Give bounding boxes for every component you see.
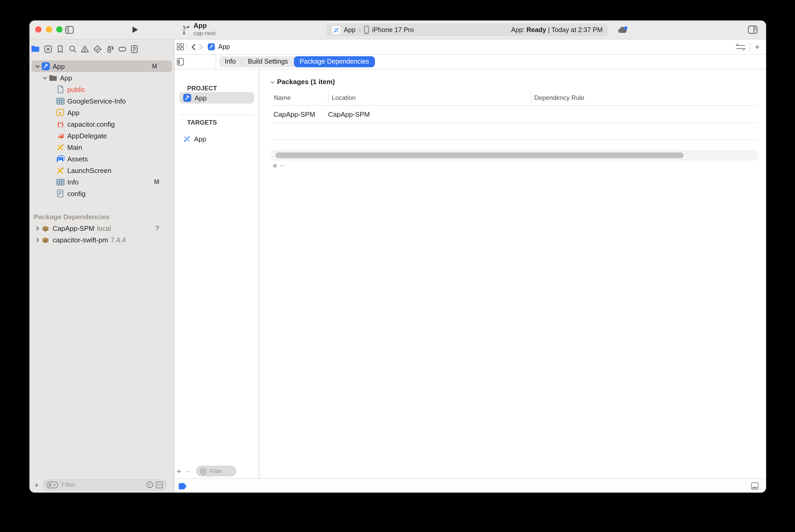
scrollbar-thumb[interactable] (276, 152, 683, 158)
run-button[interactable] (131, 26, 139, 36)
source-control-icon[interactable] (42, 44, 54, 53)
plist-icon (56, 178, 65, 185)
scheme-name[interactable]: App (344, 26, 356, 34)
table-row[interactable]: CapApp-SPM CapApp-SPM (259, 105, 766, 122)
chevron-right-icon: › (359, 27, 361, 33)
project-title: App (193, 22, 215, 29)
scheme-and-status-pill: App › iPhone 17 Pro App: Ready | Today a… (326, 24, 608, 36)
tree-row-project-app[interactable]: App M (32, 60, 172, 72)
bookmarks-icon[interactable] (54, 44, 67, 53)
activity-status[interactable]: App: Ready | Today at 2:37 PM (511, 26, 603, 34)
run-destination[interactable]: iPhone 17 Pro (372, 26, 414, 34)
json-braces-icon: {“} (56, 121, 65, 127)
tree-row-capacitor-config[interactable]: {“} capacitor.config (30, 118, 174, 130)
jump-bar-item[interactable]: App (218, 43, 230, 51)
chevron-right-icon[interactable] (34, 226, 41, 230)
navigator-filter-field[interactable] (43, 479, 167, 490)
breakpoint-tag-icon[interactable] (179, 483, 187, 489)
toggle-project-sidebar-icon[interactable] (177, 58, 184, 65)
tree-row-appdelegate[interactable]: AppDelegate (30, 130, 174, 141)
panel-filter-field[interactable] (196, 466, 236, 476)
panel-filter-input[interactable] (208, 467, 232, 475)
chevron-down-icon[interactable] (34, 64, 41, 69)
document-icon (56, 85, 65, 94)
navigator-tab-bar (30, 43, 174, 55)
column-header-location[interactable]: Location (332, 94, 356, 101)
navigator-filter-input[interactable] (60, 480, 144, 489)
tree-label: App (53, 62, 65, 70)
cell-name: CapApp-SPM (273, 110, 315, 118)
storyboard-icon (56, 166, 65, 174)
filter-options-icon[interactable] (46, 481, 58, 488)
breakpoints-icon[interactable] (116, 44, 128, 53)
chevron-down-icon[interactable] (41, 75, 49, 80)
reports-icon[interactable] (128, 44, 141, 53)
forward-button[interactable] (197, 43, 205, 50)
issues-icon[interactable] (79, 44, 91, 53)
modified-badge: M (154, 178, 159, 186)
project-row-app[interactable]: App (179, 92, 254, 103)
tree-row-capapp-spm[interactable]: CapApp-SPM local ? (30, 222, 174, 234)
package-icon (41, 236, 50, 244)
recent-files-icon[interactable] (146, 481, 153, 488)
debug-gauge-icon[interactable] (103, 44, 116, 53)
tree-row-assets[interactable]: Assets (30, 153, 174, 165)
tree-row-capacitor-swift-pm[interactable]: capacitor-swift-pm 7.4.4 (30, 234, 174, 246)
add-target-button[interactable]: + (177, 467, 182, 475)
targets-section-header: TARGETS (187, 119, 217, 126)
related-items-grid-icon[interactable] (177, 43, 184, 51)
tree-row-googleservice-info[interactable]: GoogleService-Info (30, 95, 174, 107)
remove-package-button[interactable]: − (280, 162, 285, 170)
debug-bottom-bar (174, 478, 766, 493)
column-header-name[interactable]: Name (274, 94, 291, 101)
find-icon[interactable] (67, 44, 79, 53)
chevron-right-icon[interactable] (34, 238, 41, 242)
minimize-window-button[interactable] (46, 26, 52, 33)
cloud-status-icon[interactable] (617, 26, 628, 36)
toggle-inspector-icon[interactable] (748, 25, 758, 36)
add-package-button[interactable]: + (272, 162, 278, 170)
tests-icon[interactable] (91, 44, 103, 53)
app-scheme-icon[interactable] (332, 25, 341, 34)
tree-row-info-plist[interactable]: Info M (30, 176, 174, 188)
project-editor-header: Info Build Settings Package Dependencies (174, 54, 766, 69)
package-dependencies-content: Packages (1 item) Name Location Dependen… (259, 69, 766, 478)
tree-row-app-entitlements[interactable]: App (30, 107, 174, 118)
project-navigator-icon[interactable] (30, 45, 42, 53)
window-title: App cap-next (193, 22, 215, 36)
tree-row-public[interactable]: public (30, 83, 174, 95)
add-item-button[interactable]: + (34, 481, 39, 489)
source-control-filter-icon[interactable] (156, 481, 163, 488)
target-row-app[interactable]: App (179, 133, 254, 145)
toggle-debug-area-icon[interactable] (751, 482, 759, 490)
toggle-navigator-icon[interactable] (65, 25, 74, 37)
target-app-icon (183, 135, 191, 143)
storyboard-icon (56, 143, 65, 151)
modified-badge: M (152, 62, 157, 70)
entitlements-icon (56, 109, 65, 116)
device-icon (364, 26, 369, 34)
jump-bar-right: + (736, 42, 766, 51)
zoom-window-button[interactable] (56, 26, 62, 33)
tree-row-main-storyboard[interactable]: Main (30, 141, 174, 153)
swift-file-icon (56, 132, 65, 139)
xcodeproj-icon (41, 62, 50, 71)
remove-target-button[interactable]: − (186, 467, 191, 475)
code-review-icon[interactable] (736, 43, 745, 51)
tree-row-folder-app[interactable]: App (30, 72, 174, 83)
close-window-button[interactable] (35, 26, 41, 33)
horizontal-scrollbar[interactable] (271, 150, 758, 160)
tree-row-launchscreen[interactable]: LaunchScreen (30, 165, 174, 176)
add-editor-icon[interactable]: + (755, 42, 760, 51)
file-tree: App M App public GoogleService-Info App (30, 60, 174, 246)
tab-build-settings[interactable]: Build Settings (242, 56, 294, 67)
tab-package-dependencies[interactable]: Package Dependencies (294, 56, 375, 67)
column-header-dependency-rule[interactable]: Dependency Rule (534, 94, 584, 101)
xcodeproj-icon (208, 43, 215, 51)
tree-row-config[interactable]: config (30, 188, 174, 199)
project-section-header: PROJECT (187, 84, 217, 92)
back-button[interactable] (190, 43, 197, 50)
tab-info[interactable]: Info (219, 56, 242, 67)
section-chevron-down-icon[interactable] (270, 80, 275, 84)
project-targets-panel: PROJECT App TARGETS App + − (174, 69, 259, 478)
